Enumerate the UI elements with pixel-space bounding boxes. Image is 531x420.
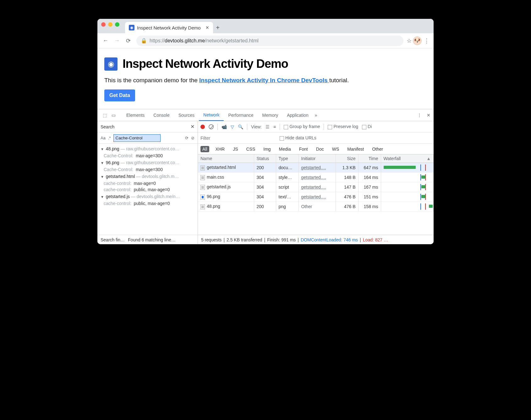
search-pane-title: Search	[101, 124, 114, 129]
clear-search-icon[interactable]: ⊘	[191, 136, 194, 140]
type-filter-media[interactable]: Media	[277, 146, 293, 152]
type-filter-manifest[interactable]: Manifest	[345, 146, 366, 152]
disable-cache-checkbox[interactable]: Di	[362, 124, 372, 129]
column-header-time[interactable]: Time	[358, 154, 381, 163]
maximize-window-button[interactable]	[115, 22, 119, 27]
browser-window: ◉ Inspect Network Activity Demo ✕ + ← → …	[97, 19, 434, 244]
menu-icon[interactable]: ⋮	[423, 37, 430, 44]
column-header-initiator[interactable]: Initiator	[298, 154, 336, 163]
tab-strip: ◉ Inspect Network Activity Demo ✕ +	[97, 19, 434, 33]
column-header-status[interactable]: Status	[254, 154, 276, 163]
overview-icon[interactable]: ≡	[273, 124, 276, 129]
type-filter-css[interactable]: CSS	[244, 146, 257, 152]
minimize-window-button[interactable]	[108, 22, 112, 27]
column-header-type[interactable]: Type	[276, 154, 298, 163]
search-result-line[interactable]: cache-control: public, max-age=0	[97, 200, 198, 207]
page-title: Inspect Network Activity Demo	[123, 57, 288, 71]
search-icon[interactable]: 🔍	[238, 124, 243, 129]
bookmark-icon[interactable]: ☆	[407, 37, 412, 44]
network-status-bar: 5 requests | 2.5 KB transferred | Finish…	[198, 235, 434, 244]
search-result-line[interactable]: cache-control: max-age=0	[97, 180, 198, 186]
devtools-tabbar: ⬚ ▭ ElementsConsoleSourcesNetworkPerform…	[97, 109, 434, 121]
profile-avatar[interactable]: 🐶	[413, 36, 422, 45]
regex-toggle[interactable]: .*	[108, 136, 111, 140]
search-result-file[interactable]: ▼ 96.png — raw.githubusercontent.co…	[97, 159, 198, 166]
network-table: NameStatusTypeInitiatorSizeTimeWaterfall…	[198, 154, 434, 235]
type-filter-ws[interactable]: WS	[330, 146, 341, 152]
device-toggle-icon[interactable]: ▭	[109, 113, 118, 118]
clear-button[interactable]	[209, 124, 214, 129]
tutorial-link[interactable]: Inspect Network Activity In Chrome DevTo…	[199, 77, 329, 83]
filter-icon[interactable]: ▽	[231, 124, 234, 129]
type-filter-xhr[interactable]: XHR	[214, 146, 227, 152]
favicon: ◉	[129, 25, 134, 30]
intro-text: This is the companion demo for the Inspe…	[104, 77, 427, 84]
request-row[interactable]: main.css304style…getstarted.…148 B164 ms	[198, 173, 434, 182]
column-header-name[interactable]: Name	[198, 154, 254, 163]
type-filter-js[interactable]: JS	[231, 146, 240, 152]
screenshot-icon[interactable]: 📹	[222, 124, 227, 129]
type-filter-all[interactable]: All	[200, 146, 209, 152]
search-pane: Search ✕ Aa .* ⟳ ⊘ ▼ 48.png — raw.github…	[97, 121, 198, 244]
type-filter-img[interactable]: Img	[261, 146, 272, 152]
page-logo: ◉	[104, 57, 118, 71]
devtools-tab-elements[interactable]: Elements	[122, 109, 149, 121]
type-filter-font[interactable]: Font	[297, 146, 310, 152]
search-result-file[interactable]: ▼ getstarted.js — devtools.glitch.me/n…	[97, 193, 198, 200]
search-close-icon[interactable]: ✕	[190, 124, 194, 130]
request-row[interactable]: 48.png200pngOther476 B158 ms	[198, 202, 434, 212]
devtools-close-icon[interactable]: ✕	[427, 113, 430, 118]
address-bar[interactable]: 🔒 https://devtools.glitch.me/network/get…	[136, 35, 403, 46]
column-header-waterfall[interactable]: Waterfall▲	[381, 154, 434, 163]
preserve-log-checkbox[interactable]: Preserve log	[328, 124, 358, 129]
close-window-button[interactable]	[101, 22, 106, 27]
toolbar: ← → ⟳ 🔒 https://devtools.glitch.me/netwo…	[97, 33, 434, 48]
network-filter-row: Hide data URLs	[198, 132, 434, 144]
large-rows-icon[interactable]: ☰	[266, 124, 270, 129]
search-result-file[interactable]: ▼ getstarted.html — devtools.glitch.m…	[97, 173, 198, 180]
get-data-button[interactable]: Get Data	[104, 89, 135, 101]
request-row[interactable]: getstarted.js304scriptgetstarted.…147 B1…	[198, 182, 434, 192]
browser-tab[interactable]: ◉ Inspect Network Activity Demo ✕	[125, 22, 213, 33]
tab-title: Inspect Network Activity Demo	[137, 25, 201, 30]
record-button[interactable]	[200, 125, 205, 129]
devtools-tab-memory[interactable]: Memory	[258, 109, 283, 121]
filter-input[interactable]	[200, 135, 251, 142]
more-tabs-icon[interactable]: »	[315, 113, 317, 118]
group-by-frame-checkbox[interactable]: Group by frame	[284, 124, 320, 129]
request-row[interactable]: 96.png304text/…getstarted.…476 B151 ms	[198, 192, 434, 202]
search-result-line[interactable]: Cache-Control: max-age=300	[97, 153, 198, 159]
url: https://devtools.glitch.me/network/getst…	[150, 38, 259, 44]
view-label: View:	[251, 124, 262, 129]
search-input[interactable]	[113, 134, 161, 142]
type-filter-doc[interactable]: Doc	[314, 146, 326, 152]
devtools-menu-icon[interactable]: ⋮	[417, 113, 422, 118]
close-tab-icon[interactable]: ✕	[205, 25, 209, 30]
forward-button[interactable]: →	[112, 36, 122, 46]
column-header-size[interactable]: Size	[336, 154, 358, 163]
network-pane: 📹 ▽ 🔍 View: ☰ ≡ Group by frame Preserve …	[198, 121, 434, 244]
lock-icon: 🔒	[141, 38, 147, 44]
request-row[interactable]: getstarted.html200docu…getstarted.…1.3 K…	[198, 163, 434, 173]
refresh-search-icon[interactable]: ⟳	[185, 136, 189, 140]
type-filter-other[interactable]: Other	[370, 146, 385, 152]
reload-button[interactable]: ⟳	[123, 36, 133, 46]
search-result-line[interactable]: cache-control: public, max-age=0	[97, 186, 198, 193]
window-controls	[101, 22, 119, 27]
devtools-panel: ⬚ ▭ ElementsConsoleSourcesNetworkPerform…	[97, 109, 434, 244]
search-result-line[interactable]: Cache-Control: max-age=300	[97, 166, 198, 173]
hide-data-urls-checkbox[interactable]: Hide data URLs	[280, 135, 316, 140]
search-result-file[interactable]: ▼ 48.png — raw.githubusercontent.co…	[97, 145, 198, 153]
new-tab-button[interactable]: +	[213, 22, 222, 33]
back-button[interactable]: ←	[101, 36, 111, 46]
devtools-tab-console[interactable]: Console	[149, 109, 174, 121]
inspect-icon[interactable]: ⬚	[101, 113, 109, 118]
match-case-toggle[interactable]: Aa	[101, 136, 106, 140]
devtools-tab-performance[interactable]: Performance	[224, 109, 258, 121]
search-status: Search fin… Found 6 matching line…	[97, 235, 198, 244]
devtools-tab-network[interactable]: Network	[199, 109, 224, 121]
devtools-tab-sources[interactable]: Sources	[174, 109, 199, 121]
resource-type-filters: AllXHRJSCSSImgMediaFontDocWSManifestOthe…	[198, 144, 434, 154]
devtools-tab-application[interactable]: Application	[282, 109, 313, 121]
network-toolbar: 📹 ▽ 🔍 View: ☰ ≡ Group by frame Preserve …	[198, 121, 434, 132]
